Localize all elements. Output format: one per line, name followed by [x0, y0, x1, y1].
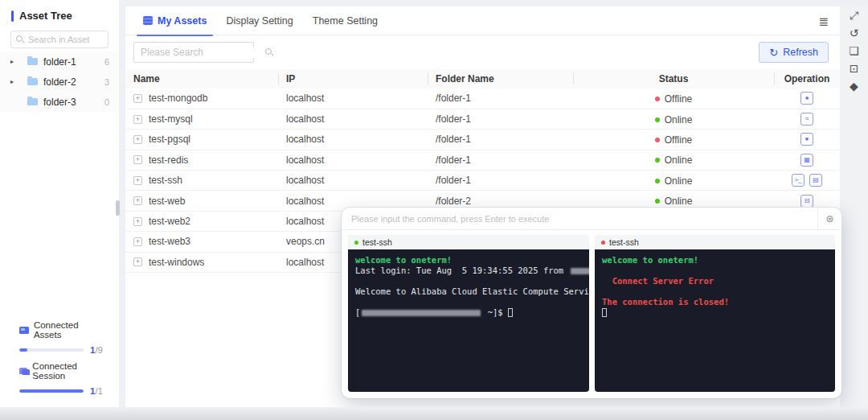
tree-item-count: 0: [104, 97, 109, 107]
cell-name: +test-web: [125, 191, 278, 211]
tree-item-folder-2[interactable]: ▸folder-23: [0, 72, 119, 92]
cell-folder: /folder-1: [428, 109, 573, 129]
mongodb-connect-icon[interactable]: ♠: [800, 92, 813, 105]
expand-row-icon[interactable]: +: [133, 155, 142, 164]
name-wrap: +test-web: [133, 196, 278, 207]
table-search-box[interactable]: [133, 42, 254, 63]
column-header-folder-name: Folder Name: [428, 69, 573, 89]
cell-status: Online: [573, 150, 774, 170]
expand-row-icon[interactable]: +: [133, 176, 142, 185]
redacted-text: [571, 268, 589, 274]
name-wrap: +test-web2: [133, 216, 278, 227]
web-connect-icon[interactable]: ⊟: [800, 195, 813, 208]
history-icon[interactable]: ↺: [840, 24, 868, 42]
cell-name: +test-mongodb: [125, 89, 278, 109]
status-text: Offline: [665, 93, 692, 105]
status-badge: Offline: [655, 134, 692, 146]
table-search-input[interactable]: [141, 47, 265, 58]
terminal-screen[interactable]: welcome to oneterm! Connect Server Error…: [595, 249, 835, 392]
tab-my-assets[interactable]: My Assets: [133, 6, 216, 35]
folder-icon: [27, 58, 38, 65]
terminal-line: [ ~]$: [355, 307, 582, 318]
terminal-window-icon[interactable]: ❏: [840, 42, 868, 60]
sidebar-resize-handle[interactable]: [116, 200, 120, 216]
column-settings-icon[interactable]: ≣: [818, 14, 829, 29]
folder-icon: [27, 98, 38, 105]
expand-row-icon[interactable]: +: [133, 257, 142, 266]
asset-search-input[interactable]: [28, 35, 100, 44]
command-input[interactable]: [342, 214, 817, 224]
table-row[interactable]: +test-mysqllocalhost/folder-1Online≈: [125, 109, 840, 129]
terminal-line: [602, 286, 828, 297]
progress-track: [19, 348, 84, 352]
table-header-row: NameIPFolder NameStatusOperation: [125, 69, 840, 89]
tree-item-folder-3[interactable]: folder-30: [0, 92, 119, 112]
pgsql-connect-icon[interactable]: ●: [800, 133, 813, 146]
column-header-status: Status: [573, 69, 774, 89]
expand-row-icon[interactable]: +: [133, 237, 142, 246]
terminal-text: The connection is closed!: [602, 297, 729, 307]
telnet-connect-icon[interactable]: ▤: [809, 174, 822, 187]
display-settings-icon[interactable]: ⊡: [840, 60, 868, 77]
tree-item-count: 6: [104, 57, 109, 67]
table-toolbar: ↻ Refresh: [125, 35, 840, 68]
name-wrap: +test-pgsql: [133, 134, 278, 145]
cell-ip: localhost: [278, 171, 428, 191]
expand-row-icon[interactable]: +: [133, 94, 142, 103]
terminal-text: welcome to oneterm!: [355, 255, 452, 265]
terminal-tab[interactable]: test-ssh: [595, 235, 835, 249]
terminal-line: welcome to oneterm!: [355, 255, 582, 266]
cell-operation: >_▤: [774, 171, 840, 191]
column-header-name: Name: [125, 69, 278, 89]
expand-row-icon[interactable]: +: [133, 196, 142, 205]
tab-label: My Assets: [158, 15, 207, 27]
table-row[interactable]: +test-redislocalhost/folder-1Online▦: [125, 150, 840, 170]
redis-connect-icon[interactable]: ▦: [800, 154, 813, 167]
sidebar-divider: [119, 0, 125, 407]
asset-name: test-mysql: [149, 113, 193, 125]
terminal-tab[interactable]: test-ssh: [348, 235, 589, 249]
tree-caret-icon[interactable]: ▸: [6, 78, 18, 85]
status-badge: Online: [655, 175, 693, 187]
status-text: Online: [665, 196, 693, 207]
tree-caret-icon[interactable]: ▸: [6, 58, 18, 65]
table-row[interactable]: +test-mongodblocalhost/folder-1Offline♠: [125, 89, 840, 109]
status-badge: Online: [655, 114, 693, 126]
status-badge: Offline: [655, 93, 692, 105]
tree-item-folder-1[interactable]: ▸folder-16: [0, 51, 119, 72]
terminal-tab-label: test-ssh: [609, 237, 639, 247]
mysql-connect-icon[interactable]: ≈: [800, 113, 813, 126]
cell-folder: /folder-1: [428, 130, 573, 150]
table-row[interactable]: +test-sshlocalhost/folder-1Online>_▤: [125, 171, 840, 191]
broadcast-input-icon[interactable]: ⊛: [817, 208, 841, 230]
column-header-operation: Operation: [774, 69, 840, 89]
terminal-text: Welcome to Alibaba Cloud Elastic Compute…: [355, 286, 589, 296]
status-dot: [655, 117, 660, 122]
connection-stats: Connected Assets1/9Connected Session1/1: [0, 314, 119, 396]
tab-theme-setting[interactable]: Theme Setting: [303, 6, 387, 35]
theme-bucket-icon[interactable]: ◆: [840, 77, 868, 95]
refresh-button[interactable]: ↻ Refresh: [759, 42, 829, 63]
asset-name: test-ssh: [149, 175, 182, 186]
table-row[interactable]: +test-pgsqllocalhost/folder-1Offline●: [125, 130, 840, 150]
status-dot: [655, 97, 660, 101]
expand-row-icon[interactable]: +: [133, 115, 142, 124]
tab-label: Display Setting: [226, 15, 293, 27]
progress-value: 1/1: [90, 386, 103, 396]
tab-label: Theme Setting: [313, 15, 378, 27]
cell-name: +test-web2: [125, 211, 278, 231]
stat-label-text: Connected Session: [32, 361, 108, 381]
terminal-line: Welcome to Alibaba Cloud Elastic Compute…: [355, 286, 582, 297]
expand-row-icon[interactable]: +: [133, 135, 142, 144]
terminal-screen[interactable]: welcome to oneterm!Last login: Tue Aug 5…: [348, 249, 589, 392]
name-wrap: +test-web3: [133, 236, 278, 247]
asset-name: test-mongodb: [149, 93, 207, 104]
asset-search-box[interactable]: [10, 31, 108, 48]
name-wrap: +test-windows: [133, 257, 278, 268]
ssh-connect-icon[interactable]: >_: [792, 174, 805, 187]
fullscreen-icon[interactable]: ⤢: [840, 6, 868, 24]
terminal-line: [355, 297, 582, 307]
redacted-text: [362, 310, 481, 316]
expand-row-icon[interactable]: +: [133, 217, 142, 226]
tab-display-setting[interactable]: Display Setting: [216, 6, 302, 35]
